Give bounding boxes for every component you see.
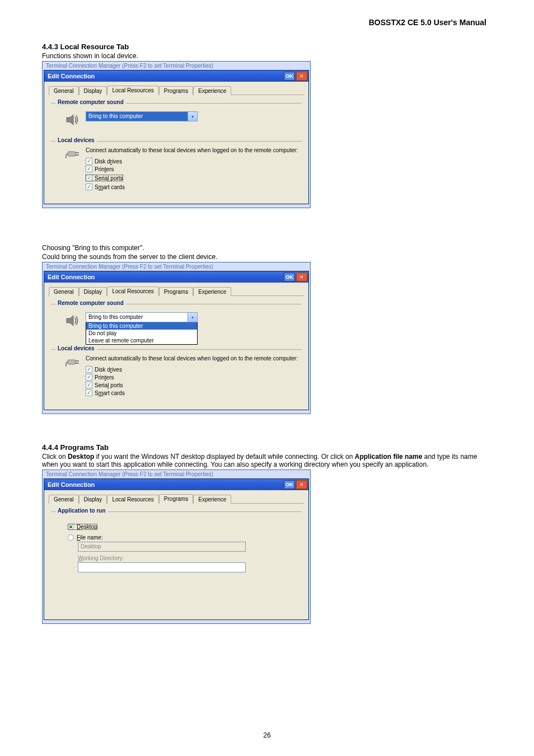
tab-display-3[interactable]: Display	[79, 495, 107, 504]
radio-file-name[interactable]: File name:	[68, 534, 298, 541]
terminal-manager-window-1: Terminal Connection Manager (Press F2 to…	[42, 61, 311, 208]
choosing-line-2: Could bring the sounds from the server t…	[42, 253, 492, 261]
option-bring-to-computer[interactable]: Bring to this computer	[86, 322, 197, 330]
dialog-title: Edit Connection	[48, 73, 283, 79]
document-header: BOSSTX2 CE 5.0 User's Manual	[42, 18, 492, 27]
tab-display-2[interactable]: Display	[79, 287, 107, 296]
remote-sound-value-2: Bring to this computer	[86, 313, 188, 322]
page-number: 26	[0, 731, 534, 739]
tab-strip-2: General Display Local Resources Programs…	[49, 286, 304, 296]
chevron-down-icon-2[interactable]: ▾	[188, 313, 197, 322]
working-directory-input[interactable]	[78, 562, 246, 572]
close-icon-2[interactable]: ×	[296, 273, 307, 281]
tab-programs-3[interactable]: Programs	[159, 494, 193, 504]
dialog-titlebar-1: Edit Connection OK ×	[44, 71, 308, 82]
terminal-manager-caption-2: Terminal Connection Manager (Press F2 to…	[44, 264, 309, 271]
option-do-not-play[interactable]: Do not play	[86, 330, 197, 337]
group-remote-sound: Remote computer sound	[51, 103, 302, 104]
radio-desktop[interactable]: Desktop	[68, 524, 97, 530]
dialog-title-3: Edit Connection	[48, 481, 283, 488]
tab-programs[interactable]: Programs	[159, 86, 193, 95]
checkbox-serial-ports-2[interactable]: ✓Serial ports	[86, 382, 304, 388]
tab-local-resources-2[interactable]: Local Resources	[107, 287, 158, 296]
remote-sound-value: Bring to this computer	[86, 112, 188, 121]
checkbox-serial-ports[interactable]: ✓Serial ports	[86, 175, 123, 181]
checkbox-printers-2[interactable]: ✓Printers	[86, 374, 304, 381]
speaker-icon-2	[65, 313, 80, 330]
tab-general-3[interactable]: General	[49, 495, 79, 504]
terminal-manager-window-2: Terminal Connection Manager (Press F2 to…	[42, 262, 311, 414]
tab-general-2[interactable]: General	[49, 287, 79, 296]
chevron-down-icon[interactable]: ▾	[188, 112, 197, 121]
tab-experience-3[interactable]: Experience	[193, 495, 231, 504]
terminal-manager-caption-3: Terminal Connection Manager (Press F2 to…	[44, 471, 309, 478]
tab-strip-3: General Display Local Resources Programs…	[49, 494, 304, 504]
dialog-title-2: Edit Connection	[48, 274, 283, 280]
checkbox-disk-drives[interactable]: ✓Disk drives	[86, 158, 304, 165]
group-local-devices: Local devices	[51, 141, 302, 142]
remote-sound-dropdown-2[interactable]: Bring to this computer ▾	[86, 312, 198, 322]
group-application-to-run: Application to run	[51, 511, 302, 512]
group-application-to-run-label: Application to run	[55, 508, 108, 514]
group-local-devices-label: Local devices	[55, 137, 97, 143]
local-devices-description-2: Connect automatically to these local dev…	[86, 355, 304, 361]
dialog-titlebar-3: Edit Connection OK ×	[44, 479, 308, 490]
option-leave-at-remote[interactable]: Leave at remote computer	[86, 337, 197, 344]
section-4-4-4-para: Click on Desktop if you want the Windows…	[42, 453, 492, 468]
remote-sound-option-list: Bring to this computer Do not play Leave…	[86, 322, 198, 345]
speaker-icon	[65, 112, 80, 129]
tab-experience-2[interactable]: Experience	[193, 287, 231, 296]
checkbox-printers[interactable]: ✓Printers	[86, 166, 304, 172]
checkbox-smart-cards[interactable]: ✓Smart cards	[86, 184, 304, 190]
close-icon-3[interactable]: ×	[296, 480, 307, 489]
svg-marker-4	[67, 316, 73, 326]
ok-button[interactable]: OK	[284, 72, 295, 81]
tab-general[interactable]: General	[49, 86, 79, 95]
tab-programs-2[interactable]: Programs	[159, 287, 193, 296]
radio-icon	[68, 524, 74, 530]
group-remote-sound-label-2: Remote computer sound	[55, 300, 126, 306]
svg-rect-1	[68, 152, 76, 156]
svg-marker-0	[67, 115, 73, 125]
checkbox-disk-drives-2[interactable]: ✓Disk drives	[86, 366, 304, 373]
plug-icon	[65, 148, 80, 162]
dialog-titlebar-2: Edit Connection OK ×	[44, 271, 308, 283]
group-remote-sound-label: Remote computer sound	[55, 99, 126, 105]
tab-local-resources-3[interactable]: Local Resources	[107, 495, 158, 504]
plug-icon-2	[65, 356, 80, 370]
tab-experience[interactable]: Experience	[193, 86, 231, 95]
terminal-manager-window-3: Terminal Connection Manager (Press F2 to…	[42, 469, 311, 624]
group-local-devices-2: Local devices	[51, 349, 302, 350]
close-icon[interactable]: ×	[296, 72, 307, 81]
terminal-manager-caption: Terminal Connection Manager (Press F2 to…	[44, 63, 309, 70]
tab-local-resources[interactable]: Local Resources	[107, 86, 158, 95]
section-4-4-3-title: 4.4.3 Local Resource Tab	[42, 43, 492, 51]
ok-button-3[interactable]: OK	[284, 480, 295, 489]
section-4-4-3-subtitle: Functions shown in local device.	[42, 52, 492, 60]
svg-rect-5	[68, 360, 76, 364]
tab-strip: General Display Local Resources Programs…	[49, 85, 304, 95]
group-remote-sound-2: Remote computer sound	[51, 304, 302, 304]
tab-display[interactable]: Display	[79, 86, 107, 95]
filename-input[interactable]: Desktop	[78, 542, 246, 552]
section-4-4-4-title: 4.4.4 Programs Tab	[42, 443, 492, 452]
remote-sound-dropdown[interactable]: Bring to this computer ▾	[86, 111, 198, 121]
ok-button-2[interactable]: OK	[284, 273, 295, 281]
radio-icon-2	[68, 534, 74, 541]
local-devices-description: Connect automatically to these local dev…	[86, 147, 304, 153]
checkbox-smart-cards-2[interactable]: ✓Smart cards	[86, 389, 304, 396]
group-local-devices-label-2: Local devices	[55, 345, 97, 351]
choosing-line-1: Choosing "Bring to this computer".	[42, 244, 492, 252]
working-directory-label: Working Directory:	[78, 555, 298, 561]
